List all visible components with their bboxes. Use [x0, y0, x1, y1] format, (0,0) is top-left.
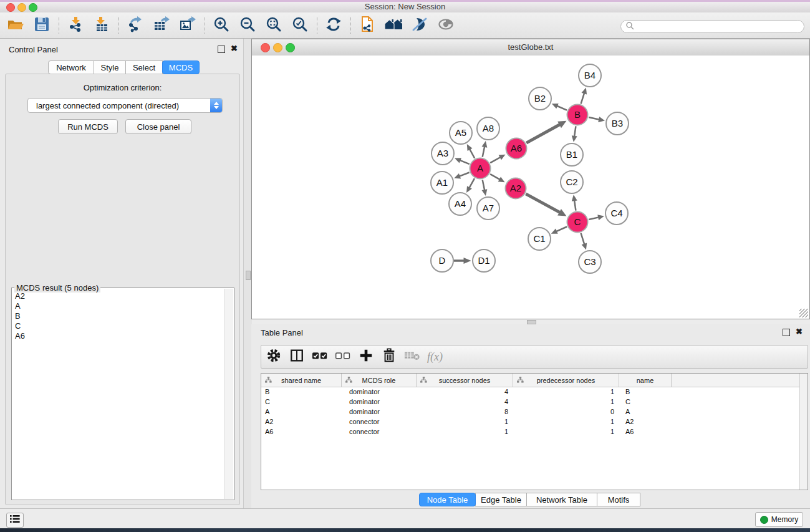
- close-panel-button[interactable]: Close panel: [125, 119, 191, 134]
- float-table-panel-icon[interactable]: [783, 329, 790, 336]
- criterion-dropdown[interactable]: largest connected component (directed): [27, 98, 223, 113]
- houses-icon: [384, 16, 403, 35]
- network-graph[interactable]: B4B2BB3A8A5A6A3B1AA1C2A2A4A7C4CC1C3DD1: [252, 56, 809, 319]
- graph-edge-A-A3[interactable]: [460, 160, 469, 164]
- table-row[interactable]: Bdominator41B: [261, 387, 800, 397]
- graph-edge-A-A8[interactable]: [483, 147, 485, 157]
- table-row[interactable]: A6connector11A6: [261, 427, 800, 437]
- task-history-button[interactable]: [6, 513, 24, 528]
- search-input[interactable]: [634, 21, 804, 32]
- cell-predecessor-nodes: 1: [513, 418, 619, 425]
- column-header-predecessor-nodes[interactable]: predecessor nodes: [513, 374, 619, 387]
- graph-edge-A-A2[interactable]: [490, 174, 500, 180]
- column-header-successor-nodes[interactable]: successor nodes: [417, 374, 513, 387]
- table-row[interactable]: Cdominator41C: [261, 397, 800, 407]
- graph-edge-B-B2[interactable]: [557, 106, 567, 110]
- memory-button[interactable]: Memory: [755, 512, 803, 527]
- cell-predecessor-nodes: 1: [513, 398, 619, 405]
- show-view-button[interactable]: [435, 16, 456, 36]
- edge-arrowhead-icon: [572, 195, 577, 201]
- cyndex-home-button[interactable]: [383, 16, 404, 36]
- result-list-item[interactable]: A: [13, 301, 224, 311]
- graph-edge-B-B4[interactable]: [581, 93, 584, 104]
- graph-edge-B-B1[interactable]: [574, 126, 576, 136]
- select-all-button[interactable]: [310, 347, 329, 366]
- zoom-fit-button[interactable]: [263, 16, 284, 36]
- zoom-in-button[interactable]: [211, 16, 232, 36]
- export-table-button[interactable]: [151, 16, 172, 36]
- tab-style[interactable]: Style: [94, 60, 126, 74]
- column-header-MCDS-role[interactable]: MCDS role: [342, 374, 417, 387]
- zoom-out-button[interactable]: [237, 16, 258, 36]
- split-handle[interactable]: [246, 271, 251, 280]
- list-icon: [10, 515, 20, 526]
- graph-edge-C-C4[interactable]: [589, 217, 599, 220]
- add-row-button[interactable]: [356, 347, 375, 366]
- column-header-name[interactable]: name: [619, 374, 672, 387]
- tab-network-table[interactable]: Network Table: [526, 493, 597, 506]
- zoom-selected-button[interactable]: [289, 16, 311, 36]
- table-options-button[interactable]: [264, 347, 283, 366]
- save-session-button[interactable]: [31, 16, 52, 36]
- apply-function-button[interactable]: f(x): [425, 347, 445, 366]
- table-row[interactable]: A2connector11A2: [261, 417, 800, 427]
- tab-motifs[interactable]: Motifs: [597, 493, 640, 506]
- cell-successor-nodes: 8: [417, 408, 513, 415]
- delete-table-icon: [404, 349, 420, 365]
- hide-selected-button[interactable]: [409, 16, 430, 36]
- cell-shared-name: A6: [261, 428, 342, 435]
- network-from-file-button[interactable]: [357, 16, 378, 36]
- graph-edge-A-A6[interactable]: [490, 157, 500, 163]
- result-list-item[interactable]: A6: [13, 331, 224, 341]
- show-columns-button[interactable]: [287, 347, 306, 366]
- graph-edge-A-A1[interactable]: [460, 173, 470, 177]
- run-mcds-button[interactable]: Run MCDS: [58, 119, 118, 134]
- toolbar-separator: [317, 17, 318, 34]
- result-list-item[interactable]: B: [13, 311, 224, 321]
- delete-row-button[interactable]: [379, 347, 398, 366]
- node-label-A8: A8: [483, 123, 494, 133]
- graph-edge-B-B3[interactable]: [589, 117, 599, 120]
- result-list-item[interactable]: C: [13, 321, 224, 331]
- table-row[interactable]: Adominator80A: [261, 407, 800, 417]
- horizontal-split-handle[interactable]: [527, 320, 536, 324]
- float-panel-icon[interactable]: [218, 46, 225, 53]
- export-network-button[interactable]: [125, 16, 146, 36]
- graph-edge-A2-C[interactable]: [526, 194, 560, 213]
- export-image-button[interactable]: [177, 16, 198, 36]
- refresh-view-button[interactable]: [323, 16, 344, 36]
- result-list-item[interactable]: A2: [13, 291, 224, 301]
- network-canvas[interactable]: B4B2BB3A8A5A6A3B1AA1C2A2A4A7C4CC1C3DD1: [252, 56, 809, 319]
- save-floppy-icon: [34, 16, 50, 35]
- node-label-B4: B4: [584, 70, 595, 80]
- cell-MCDS-role: connector: [342, 428, 417, 435]
- import-network-button[interactable]: [65, 16, 86, 36]
- import-table-button[interactable]: [91, 16, 112, 36]
- tab-select[interactable]: Select: [125, 60, 163, 74]
- graph-edge-C-C3[interactable]: [581, 233, 585, 244]
- tab-network[interactable]: Network: [48, 60, 94, 74]
- graph-edge-A6-B[interactable]: [526, 124, 560, 143]
- graph-edge-A-A5[interactable]: [470, 149, 475, 158]
- cell-name: B: [619, 388, 672, 395]
- cell-MCDS-role: dominator: [342, 408, 417, 415]
- graph-edge-A-A7[interactable]: [483, 180, 485, 190]
- unselect-all-button[interactable]: [333, 347, 352, 366]
- tab-node-table[interactable]: Node Table: [419, 493, 476, 506]
- result-scrollbar[interactable]: [224, 289, 233, 499]
- graph-edge-C-C2[interactable]: [574, 200, 576, 210]
- table-scrollbar[interactable]: [799, 374, 808, 490]
- close-panel-icon[interactable]: ✖: [231, 46, 238, 52]
- resize-grip-icon[interactable]: [799, 309, 808, 317]
- open-session-button[interactable]: [5, 16, 26, 36]
- delete-table-button[interactable]: [402, 347, 422, 366]
- tab-edge-table[interactable]: Edge Table: [475, 493, 527, 506]
- tab-mcds[interactable]: MCDS: [162, 60, 200, 74]
- edge-arrowhead-icon: [572, 135, 577, 142]
- column-header-shared-name[interactable]: shared name: [261, 374, 342, 387]
- graph-edge-C-C1[interactable]: [556, 226, 567, 231]
- search-field[interactable]: [620, 20, 804, 33]
- close-table-panel-icon[interactable]: ✖: [796, 329, 803, 335]
- graph-edge-A-A4[interactable]: [469, 178, 475, 188]
- control-panel: Control Panel ✖ NetworkStyleSelectMCDS O…: [0, 39, 243, 508]
